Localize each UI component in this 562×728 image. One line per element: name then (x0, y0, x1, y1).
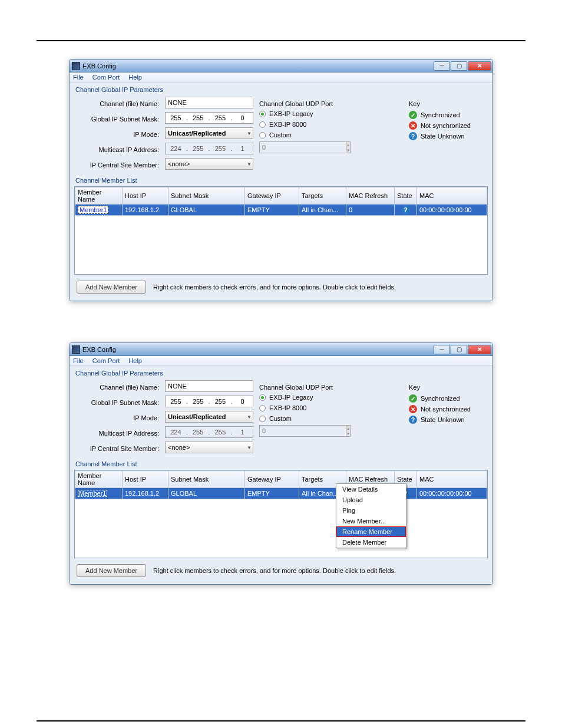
chevron-down-icon: ▼ (247, 445, 252, 450)
radio-legacy[interactable] (259, 111, 266, 117)
menu-help[interactable]: Help (128, 74, 142, 81)
udp-group-title: Channel Global UDP Port (259, 384, 359, 391)
label-central-member: IP Central Site Member: (77, 443, 159, 454)
sync-icon: ✓ (409, 394, 417, 403)
chevron-down-icon: ▼ (247, 162, 252, 167)
col-gateway-ip[interactable]: Gateway IP (245, 471, 299, 488)
ctx-delete-member[interactable]: Delete Member (336, 537, 406, 548)
member-table: Member Name Host IP Subnet Mask Gateway … (74, 470, 488, 558)
channel-name-input[interactable] (165, 380, 253, 392)
table-row[interactable]: Member1 192.168.1.2 GLOBAL EMPTY All in … (75, 488, 487, 499)
menu-com-port[interactable]: Com Port (92, 74, 120, 81)
col-host-ip[interactable]: Host IP (123, 187, 168, 205)
window-title: EXB Config (82, 62, 116, 70)
app-icon (72, 62, 80, 70)
central-member-combo[interactable]: <none> ▼ (165, 442, 253, 453)
ctx-view-details[interactable]: View Details (336, 484, 406, 495)
member-name-cell[interactable]: Member1 (78, 490, 107, 497)
footer-hint: Right click members to check errors, and… (153, 567, 396, 574)
nosync-icon: ✕ (409, 405, 417, 413)
menubar: File Com Port Help (70, 356, 492, 366)
global-params-title: Channel Global IP Parameters (74, 367, 488, 380)
col-mac[interactable]: MAC (417, 187, 487, 205)
context-menu: View Details Upload Ping New Member... R… (336, 483, 406, 548)
col-member-name[interactable]: Member Name (75, 187, 123, 205)
label-ip-mode: IP Mode: (77, 129, 159, 140)
maximize-button[interactable]: ▢ (451, 61, 467, 71)
radio-legacy[interactable] (259, 394, 266, 401)
radio-custom[interactable] (259, 132, 266, 139)
nosync-icon: ✕ (409, 121, 417, 130)
exb-config-window-1: EXB Config ─ ▢ ✕ File Com Port Help Chan… (69, 59, 493, 301)
close-button[interactable]: ✕ (468, 345, 491, 354)
radio-8000[interactable] (259, 405, 266, 411)
unknown-icon: ? (409, 132, 417, 140)
ip-mode-combo[interactable]: Unicast/Replicated ▼ (165, 411, 253, 423)
member-table: Member Name Host IP Subnet Mask Gateway … (74, 186, 488, 275)
chevron-down-icon: ▼ (247, 414, 252, 420)
window-title: EXB Config (82, 346, 116, 353)
titlebar[interactable]: EXB Config ─ ▢ ✕ (70, 343, 492, 356)
member-list-title: Channel Member List (74, 458, 488, 470)
subnet-input[interactable]: . . . (165, 396, 253, 407)
maximize-button[interactable]: ▢ (451, 345, 467, 354)
titlebar[interactable]: EXB Config ─ ▢ ✕ (70, 60, 492, 73)
footer-hint: Right click members to check errors, and… (153, 284, 396, 291)
menu-file[interactable]: File (73, 74, 84, 81)
global-params-title: Channel Global IP Parameters (74, 84, 488, 97)
col-mac[interactable]: MAC (417, 471, 487, 488)
central-member-combo[interactable]: <none> ▼ (165, 158, 253, 170)
menubar: File Com Port Help (70, 73, 492, 83)
col-host-ip[interactable]: Host IP (123, 471, 168, 488)
exb-config-window-2: EXB Config ─ ▢ ✕ File Com Port Help Chan… (69, 342, 493, 585)
minimize-button[interactable]: ─ (434, 61, 450, 71)
col-mac-refresh[interactable]: MAC Refresh (346, 187, 395, 205)
col-targets[interactable]: Targets (299, 187, 346, 205)
spinner-down-icon: ▼ (346, 431, 350, 436)
label-multicast: Multicast IP Address: (77, 144, 159, 156)
subnet-input[interactable]: . . . (165, 112, 253, 124)
menu-file[interactable]: File (73, 357, 84, 364)
multicast-input: . . . (165, 426, 253, 438)
member-name-edit[interactable]: Member1 (78, 206, 108, 214)
label-subnet: Global IP Subnet Mask: (77, 113, 159, 125)
bottom-rule (37, 720, 525, 722)
top-rule (37, 40, 525, 41)
channel-name-input[interactable] (165, 97, 253, 108)
key-title: Key (409, 100, 485, 107)
label-central-member: IP Central Site Member: (77, 159, 159, 171)
ctx-rename-member[interactable]: Rename Member (336, 526, 406, 537)
menu-com-port[interactable]: Com Port (92, 357, 120, 364)
col-state[interactable]: State (395, 187, 417, 205)
unknown-icon: ? (409, 416, 417, 424)
multicast-input: . . . (165, 143, 253, 154)
col-subnet-mask[interactable]: Subnet Mask (168, 187, 245, 205)
label-ip-mode: IP Mode: (77, 412, 159, 424)
ip-mode-combo[interactable]: Unicast/Replicated ▼ (165, 127, 253, 139)
col-member-name[interactable]: Member Name (75, 471, 123, 488)
add-new-member-button[interactable]: Add New Member (77, 281, 146, 294)
table-row[interactable]: Member1 192.168.1.2 GLOBAL EMPTY All in … (75, 205, 487, 216)
custom-port-spinner: ▲▼ (259, 425, 312, 437)
state-unknown-icon: ? (402, 206, 410, 214)
menu-help[interactable]: Help (128, 357, 142, 364)
col-subnet-mask[interactable]: Subnet Mask (168, 471, 245, 488)
sync-icon: ✓ (409, 111, 417, 119)
close-button[interactable]: ✕ (468, 61, 491, 71)
label-channel-name: Channel (file) Name: (77, 381, 159, 393)
spinner-up-icon: ▲ (346, 142, 350, 147)
radio-8000[interactable] (259, 121, 266, 128)
label-multicast: Multicast IP Address: (77, 427, 159, 439)
col-gateway-ip[interactable]: Gateway IP (245, 187, 299, 205)
add-new-member-button[interactable]: Add New Member (77, 564, 146, 577)
ctx-new-member[interactable]: New Member... (336, 516, 406, 526)
label-channel-name: Channel (file) Name: (77, 98, 159, 110)
radio-custom[interactable] (259, 416, 266, 422)
ctx-ping[interactable]: Ping (336, 505, 406, 516)
key-title: Key (409, 384, 485, 391)
minimize-button[interactable]: ─ (434, 345, 450, 354)
chevron-down-icon: ▼ (247, 131, 252, 136)
label-subnet: Global IP Subnet Mask: (77, 397, 159, 409)
app-icon (72, 345, 80, 354)
ctx-upload[interactable]: Upload (336, 495, 406, 505)
